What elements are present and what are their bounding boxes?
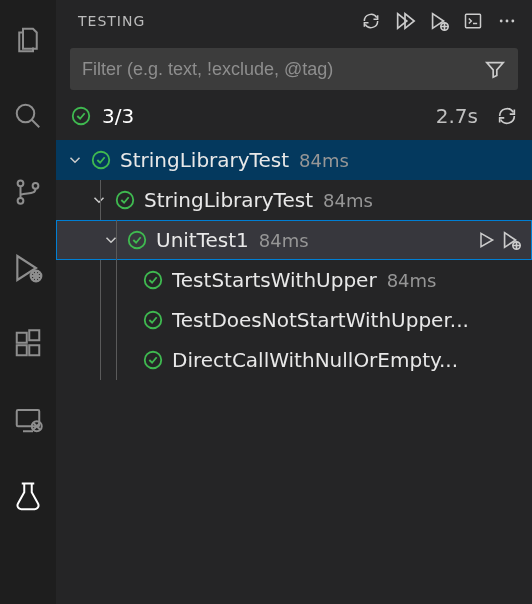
svg-point-13 xyxy=(500,20,503,23)
testing-panel: TESTING 3/3 2.7s xyxy=(56,0,532,604)
activity-bar xyxy=(0,0,56,604)
item-name: UnitTest1 xyxy=(156,228,249,252)
more-icon xyxy=(497,11,517,31)
svg-rect-7 xyxy=(29,345,39,355)
svg-point-2 xyxy=(18,198,24,204)
summary-duration: 2.7s xyxy=(436,104,478,128)
status-icon xyxy=(114,189,136,211)
pass-icon xyxy=(142,269,164,291)
filter-input[interactable] xyxy=(82,59,476,80)
run-test-button[interactable] xyxy=(476,230,496,250)
pass-icon xyxy=(126,229,148,251)
expand-toggle[interactable] xyxy=(100,231,122,249)
debug-all-button[interactable] xyxy=(426,8,452,34)
debug-all-icon xyxy=(428,10,450,32)
item-time: 84ms xyxy=(323,190,373,211)
run-all-icon xyxy=(394,10,416,32)
pass-icon xyxy=(114,189,136,211)
chevron-down-icon xyxy=(66,151,84,169)
item-time: 84ms xyxy=(299,150,349,171)
tree-row-class[interactable]: UnitTest1 84ms xyxy=(56,220,532,260)
remote-icon xyxy=(13,405,43,435)
files-icon xyxy=(13,25,43,55)
debug-test-button[interactable] xyxy=(500,229,522,251)
filter-box[interactable] xyxy=(70,48,518,90)
status-icon xyxy=(142,309,164,331)
svg-point-3 xyxy=(33,183,39,189)
summary-row: 3/3 2.7s xyxy=(56,100,532,140)
svg-rect-12 xyxy=(466,14,481,27)
item-name: TestDoesNotStartWithUpper... xyxy=(172,308,469,332)
svg-point-18 xyxy=(117,192,134,209)
extensions-icon xyxy=(13,329,43,359)
tree-row-project[interactable]: StringLibraryTest 84ms xyxy=(56,180,532,220)
terminal-icon xyxy=(463,11,483,31)
svg-point-19 xyxy=(129,232,146,249)
item-name: StringLibraryTest xyxy=(144,188,313,212)
activity-testing[interactable] xyxy=(0,468,56,524)
panel-title: TESTING xyxy=(78,13,350,29)
activity-source-control[interactable] xyxy=(0,164,56,220)
chevron-down-icon xyxy=(90,191,108,209)
activity-run-debug[interactable] xyxy=(0,240,56,296)
run-all-button[interactable] xyxy=(392,8,418,34)
svg-rect-8 xyxy=(29,330,39,340)
pass-icon xyxy=(90,149,112,171)
svg-point-23 xyxy=(145,352,162,369)
summary-pass-icon xyxy=(70,105,92,127)
pass-icon xyxy=(142,349,164,371)
status-icon xyxy=(142,269,164,291)
pass-icon xyxy=(142,309,164,331)
debug-icon xyxy=(500,229,522,251)
branch-icon xyxy=(13,177,43,207)
refresh-tests-button[interactable] xyxy=(358,8,384,34)
expand-toggle[interactable] xyxy=(88,191,110,209)
test-tree: StringLibraryTest 84ms StringLibraryTest… xyxy=(56,140,532,604)
summary-count: 3/3 xyxy=(102,104,134,128)
item-time: 84ms xyxy=(387,270,437,291)
item-time: 84ms xyxy=(259,230,309,251)
status-icon xyxy=(142,349,164,371)
debug-run-icon xyxy=(12,252,44,284)
search-icon xyxy=(13,101,43,131)
chevron-down-icon xyxy=(102,231,120,249)
svg-point-21 xyxy=(145,272,162,289)
more-actions-button[interactable] xyxy=(494,8,520,34)
status-icon xyxy=(126,229,148,251)
show-output-button[interactable] xyxy=(460,8,486,34)
pass-icon xyxy=(70,105,92,127)
expand-toggle[interactable] xyxy=(64,151,86,169)
item-name: StringLibraryTest xyxy=(120,148,289,172)
tree-row-test[interactable]: TestStartsWithUpper 84ms xyxy=(56,260,532,300)
refresh-icon xyxy=(361,11,381,31)
tree-row-root[interactable]: StringLibraryTest 84ms xyxy=(56,140,532,180)
activity-extensions[interactable] xyxy=(0,316,56,372)
svg-point-15 xyxy=(511,20,514,23)
item-name: DirectCallWithNullOrEmpty... xyxy=(172,348,458,372)
svg-point-1 xyxy=(18,180,24,186)
svg-point-16 xyxy=(73,108,90,125)
svg-point-22 xyxy=(145,312,162,329)
item-name: TestStartsWithUpper xyxy=(172,268,377,292)
rerun-button[interactable] xyxy=(496,105,518,127)
svg-point-17 xyxy=(93,152,110,169)
svg-point-14 xyxy=(506,20,509,23)
svg-rect-6 xyxy=(17,345,27,355)
activity-explorer[interactable] xyxy=(0,12,56,68)
tree-row-test[interactable]: DirectCallWithNullOrEmpty... xyxy=(56,340,532,380)
status-icon xyxy=(90,149,112,171)
tree-row-test[interactable]: TestDoesNotStartWithUpper... xyxy=(56,300,532,340)
svg-rect-9 xyxy=(17,410,40,426)
beaker-icon xyxy=(13,481,43,511)
filter-icon xyxy=(484,58,506,80)
svg-rect-5 xyxy=(17,333,27,343)
activity-search[interactable] xyxy=(0,88,56,144)
svg-point-0 xyxy=(17,105,35,123)
refresh-icon xyxy=(496,105,518,127)
run-icon xyxy=(476,230,496,250)
filter-row xyxy=(56,42,532,100)
filter-button[interactable] xyxy=(484,58,506,80)
panel-header: TESTING xyxy=(56,0,532,42)
activity-remote[interactable] xyxy=(0,392,56,448)
